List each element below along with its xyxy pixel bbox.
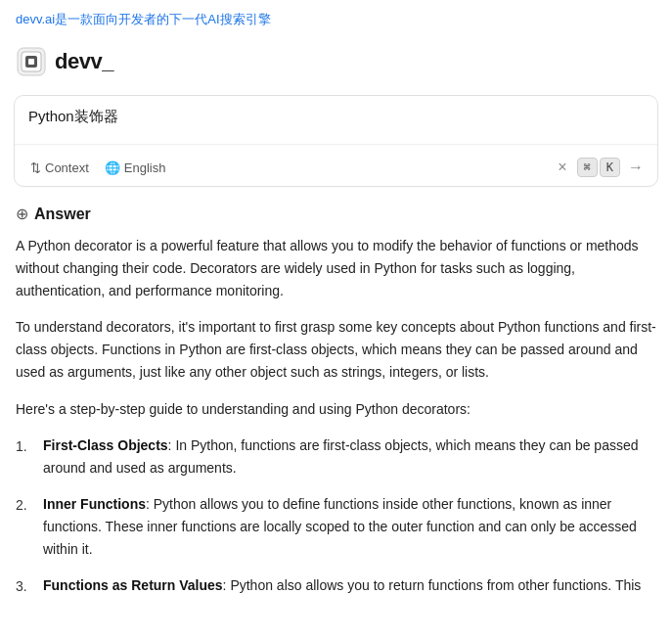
context-icon: ⇅ <box>30 160 41 175</box>
keyboard-shortcut-group: ⌘ K <box>577 158 620 177</box>
answer-title: Answer <box>34 206 91 223</box>
step-title-3: Functions as Return Values <box>43 577 223 593</box>
banner-link[interactable]: devv.ai是一款面向开发者的下一代AI搜索引擎 <box>16 12 271 26</box>
search-box: Python装饰器 ⇅ Context 🌐 English × ⌘ K → <box>14 95 658 187</box>
step-item-3: 3.Functions as Return Values: Python als… <box>16 574 656 598</box>
kbd-k: K <box>600 158 620 177</box>
search-divider <box>15 144 657 145</box>
context-label: Context <box>45 160 89 175</box>
step-num-2: 2. <box>16 494 33 561</box>
language-label: English <box>124 160 166 175</box>
submit-button[interactable]: → <box>624 157 648 178</box>
step-text-3: Functions as Return Values: Python also … <box>43 574 656 598</box>
globe-icon: 🌐 <box>105 160 120 175</box>
step-num-1: 1. <box>16 435 33 480</box>
search-query-text: Python装饰器 <box>28 108 118 124</box>
answer-icon: ⊕ <box>16 205 28 223</box>
step-title-1: First-Class Objects <box>43 437 168 453</box>
step-item-2: 2.Inner Functions: Python allows you to … <box>16 493 656 561</box>
step-body-3: : Python also allows you to return funct… <box>223 577 642 593</box>
answer-paragraph-2: To understand decorators, it's important… <box>16 316 656 384</box>
language-button[interactable]: 🌐 English <box>99 158 172 178</box>
logo-text: devv_ <box>55 49 113 74</box>
search-input-row: Python装饰器 <box>15 96 657 136</box>
step-item-1: 1.First-Class Objects: In Python, functi… <box>16 434 656 480</box>
top-banner: devv.ai是一款面向开发者的下一代AI搜索引擎 <box>0 0 672 34</box>
context-button[interactable]: ⇅ Context <box>24 158 95 178</box>
step-num-3: 3. <box>16 575 33 598</box>
close-button[interactable]: × <box>552 157 572 178</box>
step-title-2: Inner Functions <box>43 496 146 512</box>
devv-logo-icon <box>16 46 47 77</box>
kbd-cmd: ⌘ <box>577 158 598 177</box>
step-text-1: First-Class Objects: In Python, function… <box>43 434 656 480</box>
step-text-2: Inner Functions: Python allows you to de… <box>43 493 656 561</box>
content-area: ⊕ Answer A Python decorator is a powerfu… <box>0 201 672 627</box>
answer-paragraph-1: A Python decorator is a powerful feature… <box>16 235 656 302</box>
steps-list: 1.First-Class Objects: In Python, functi… <box>16 434 656 599</box>
search-controls-row: ⇅ Context 🌐 English × ⌘ K → <box>15 153 657 186</box>
answer-heading: ⊕ Answer <box>16 205 656 223</box>
answer-paragraph-3: Here's a step-by-step guide to understan… <box>16 398 656 421</box>
svg-rect-3 <box>28 59 34 65</box>
logo-area: devv_ <box>0 34 672 87</box>
